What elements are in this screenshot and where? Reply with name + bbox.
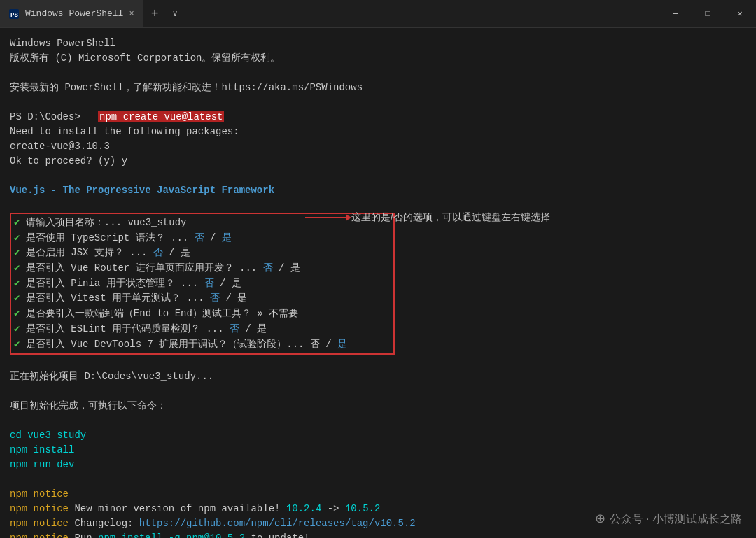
- maximize-button[interactable]: □: [692, 0, 724, 27]
- powershell-icon: PS: [8, 8, 20, 20]
- blank-line-8: [10, 472, 746, 487]
- watermark: ⊕ 公众号 · 小博测试成长之路: [595, 509, 742, 528]
- output-proceed: Ok to proceed? (y) y: [10, 154, 746, 169]
- minimize-button[interactable]: —: [659, 0, 692, 27]
- prompt-1: PS D:\Codes>: [10, 111, 80, 122]
- question-router: ✔ 是否引入 Vue Router 进行单页面应用开发？ ... 否 / 是: [14, 261, 391, 276]
- terminal-output[interactable]: Windows PowerShell 版权所有 (C) Microsoft Co…: [0, 28, 756, 538]
- prompt-line-1: PS D:\Codes> npm create vue@latest: [10, 110, 746, 125]
- output-line-2: 版权所有 (C) Microsoft Corporation。保留所有权利。: [10, 51, 746, 66]
- question-vitest: ✔ 是否引入 Vitest 用于单元测试？ ... 否 / 是: [14, 291, 391, 306]
- vue-framework-title: Vue.js - The Progressive JavaScript Fram…: [10, 183, 746, 198]
- output-line-1: Windows PowerShell: [10, 36, 746, 51]
- blank-line-5: [10, 355, 746, 369]
- output-done: 项目初始化完成，可执行以下命令：: [10, 399, 746, 413]
- tab-title: Windows PowerShell: [25, 8, 123, 19]
- output-line-4: 安装最新的 PowerShell，了解新功能和改进！https://aka.ms…: [10, 80, 746, 95]
- command-1: npm create vue@latest: [98, 111, 224, 122]
- output-cmd-install: npm install: [10, 443, 746, 458]
- question-jsx: ✔ 是否启用 JSX 支持？ ... 否 / 是: [14, 246, 391, 261]
- active-tab[interactable]: PS Windows PowerShell ×: [0, 0, 143, 27]
- question-e2e: ✔ 是否要引入一款端到端（End to End）测试工具？ » 不需要: [14, 306, 391, 322]
- question-pinia: ✔ 是否引入 Pinia 用于状态管理？ ... 否 / 是: [14, 276, 391, 292]
- tab-close-button[interactable]: ×: [129, 9, 134, 19]
- close-button[interactable]: ✕: [724, 0, 756, 27]
- output-cmd-run: npm run dev: [10, 458, 746, 472]
- output-initializing: 正在初始化项目 D:\Codes\vue3_study...: [10, 369, 746, 384]
- powershell-window: PS Windows PowerShell × + ∨ — □ ✕ Window…: [0, 0, 756, 538]
- questions-block: ✔ 请输入项目名称：... vue3_study ✔ 是否使用 TypeScri…: [10, 213, 395, 355]
- title-bar: PS Windows PowerShell × + ∨ — □ ✕: [0, 0, 756, 28]
- blank-line-6: [10, 384, 746, 399]
- annotation-container: 这里的是/否的选项，可以通过键盘左右键选择: [305, 210, 550, 225]
- window-controls: — □ ✕: [659, 0, 756, 27]
- output-need-install: Need to install the following packages:: [10, 125, 746, 139]
- blank-line-2: [10, 95, 746, 110]
- wechat-icon: ⊕: [595, 509, 606, 528]
- output-create-vue-version: create-vue@3.10.3: [10, 139, 746, 154]
- watermark-text: 公众号 · 小博测试成长之路: [610, 511, 742, 528]
- notice-line-4: npm notice Run npm install -g npm@10.5.2…: [10, 531, 746, 538]
- blank-line-3: [10, 169, 746, 183]
- svg-text:PS: PS: [10, 12, 18, 19]
- question-typescript: ✔ 是否使用 TypeScript 语法？ ... 否 / 是: [14, 231, 391, 246]
- question-devtools: ✔ 是否引入 Vue DevTools 7 扩展用于调试？（试验阶段）... 否…: [14, 337, 391, 353]
- arrow-line: [305, 217, 347, 218]
- notice-line-1: npm notice: [10, 487, 746, 502]
- new-tab-button[interactable]: +: [143, 7, 167, 21]
- question-eslint: ✔ 是否引入 ESLint 用于代码质量检测？ ... 否 / 是: [14, 322, 391, 337]
- blank-line-7: [10, 413, 746, 428]
- output-cmd-cd: cd vue3_study: [10, 428, 746, 443]
- annotation-text: 这里的是/否的选项，可以通过键盘左右键选择: [351, 210, 550, 225]
- tab-dropdown-button[interactable]: ∨: [167, 8, 183, 19]
- blank-line-1: [10, 66, 746, 80]
